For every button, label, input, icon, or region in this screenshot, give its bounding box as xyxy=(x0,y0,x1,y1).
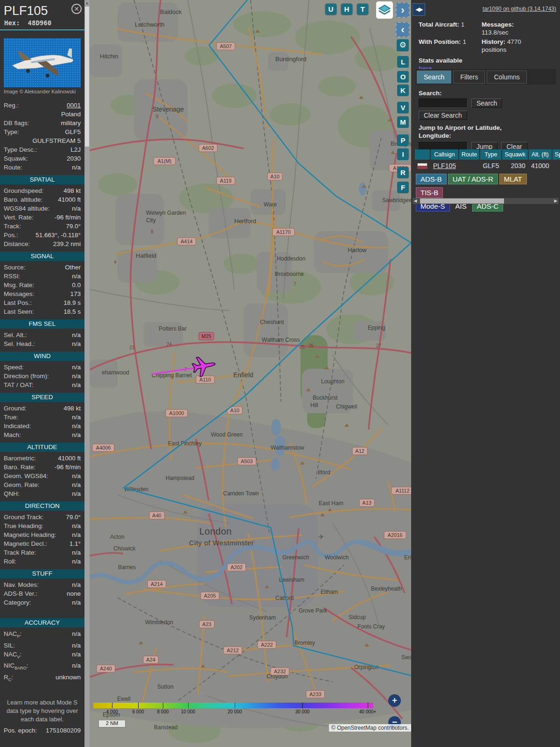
map-button-h[interactable]: H xyxy=(341,4,352,15)
data-value: GULFSTREAM 5 xyxy=(32,136,81,145)
column-header[interactable]: Spd. xyxy=(553,149,560,160)
town-label: Swanley xyxy=(401,654,411,661)
scroll-left-icon[interactable]: ◀ xyxy=(413,198,418,204)
tab-search[interactable]: Search xyxy=(417,70,451,84)
map-button-r[interactable]: R xyxy=(397,167,409,178)
column-header[interactable]: Type xyxy=(480,149,501,160)
svg-text:A4006: A4006 xyxy=(96,445,111,451)
badge-mlat[interactable]: MLAT xyxy=(499,174,527,184)
aircraft-table-header[interactable]: CallsignRouteTypeSquawkAlt. (ft)Spd. xyxy=(415,149,560,160)
junction-number: 26 xyxy=(308,343,314,348)
town-label: Broxbourne xyxy=(275,271,304,277)
sidebar-scrollbar[interactable]: ▲ xyxy=(84,0,90,747)
svg-text:A1170: A1170 xyxy=(276,229,291,235)
map-button-i[interactable]: I xyxy=(397,148,409,160)
badge-uat-ads-r[interactable]: UAT / ADS-R xyxy=(448,174,498,184)
tab-columns[interactable]: Columns xyxy=(487,70,526,84)
road-shield-a222: A222 xyxy=(258,641,276,648)
town-label: Ewell xyxy=(117,696,131,702)
map-button-t[interactable]: T xyxy=(357,4,368,15)
data-value: 18.9 s xyxy=(63,298,81,307)
data-value: 1.1° xyxy=(70,539,81,548)
zoom-in-button[interactable]: + xyxy=(388,694,401,707)
panel-toggle-button[interactable]: ◀▶ xyxy=(413,3,425,16)
close-icon[interactable]: ✕ xyxy=(71,4,82,14)
svg-text:A10: A10 xyxy=(230,408,239,413)
road-shield-a205: A205 xyxy=(201,592,219,599)
map-button-f[interactable]: F xyxy=(397,182,409,193)
column-header[interactable]: Alt. (ft) xyxy=(529,149,552,160)
data-value: Other xyxy=(65,263,81,272)
history-suffix: positions xyxy=(482,46,555,54)
svg-text:A205: A205 xyxy=(204,593,216,599)
history-label: History: xyxy=(482,38,505,45)
data-row: Squawk:2030 xyxy=(0,154,84,163)
road-shield-a13: A13 xyxy=(359,499,374,507)
town-label: Sawbridgeworth xyxy=(382,197,411,204)
table-callsign[interactable]: PLF105 xyxy=(431,161,458,171)
collapse-left-button[interactable]: ‹ xyxy=(396,22,410,37)
map-button-p[interactable]: P xyxy=(397,134,409,146)
data-value: n/a xyxy=(72,331,81,339)
map-canvas[interactable]: ✈ BaldockLetchworthHitchinBuntingfordSte… xyxy=(90,0,411,747)
column-header[interactable]: Callsign xyxy=(431,149,458,160)
map-button-v[interactable]: V xyxy=(397,102,409,113)
road-shield-a507: A507 xyxy=(217,42,235,50)
map-button-l[interactable]: L xyxy=(397,56,409,68)
town-label: Erith xyxy=(404,554,411,561)
town-label: Hitchin xyxy=(100,53,119,60)
scroll-up-icon[interactable]: ▲ xyxy=(85,1,89,6)
data-value: 0.0 xyxy=(72,281,81,289)
scroll-right-icon[interactable]: ▶ xyxy=(553,198,559,204)
data-row: Route:n/a xyxy=(0,163,84,172)
section-signal: SIGNALSource:OtherRSSI:n/aMsg. Rate:0.0M… xyxy=(0,252,84,316)
search-button[interactable]: Search xyxy=(471,99,502,108)
junction-number: 7 xyxy=(294,282,296,287)
aircraft-photo[interactable] xyxy=(4,38,81,87)
map-scale-bar: 2 NM xyxy=(98,720,126,728)
sidebar-scrollbar-thumb[interactable] xyxy=(85,7,89,147)
data-value: n/a xyxy=(72,381,81,389)
column-header[interactable]: Route xyxy=(459,149,479,160)
map-button-o[interactable]: O xyxy=(397,71,409,83)
data-value[interactable]: 0001 xyxy=(67,101,81,110)
town-label: Potters Bar xyxy=(159,325,187,332)
version-link[interactable]: tar1090 on github (3.14.1743) xyxy=(483,6,556,12)
section-fms-sel: FMS SELSel. Alt.:n/aSel. Head.:n/a xyxy=(0,319,84,348)
road-shield-a602: A602 xyxy=(199,144,217,152)
badge-ads-b[interactable]: ADS-B xyxy=(416,174,447,184)
town-label: Bromley xyxy=(294,640,315,646)
column-header[interactable] xyxy=(415,149,430,160)
data-value: n/a xyxy=(72,661,81,673)
svg-text:A110: A110 xyxy=(199,377,211,382)
town-label: City xyxy=(146,217,156,224)
town-label: Hoddesdon xyxy=(277,255,305,262)
data-value: 41000 ft xyxy=(58,454,81,463)
aircraft-table-row[interactable]: PLF105 GLF5 2030 41000 xyxy=(415,161,560,171)
data-row: RC:unknown xyxy=(0,673,84,684)
data-row: Speed:n/a xyxy=(0,363,84,372)
scrollbar-thumb[interactable] xyxy=(420,198,504,204)
column-header[interactable]: Squawk xyxy=(502,149,527,160)
gear-icon[interactable]: ⚙ xyxy=(397,39,409,51)
stats-block: Total Aircraft: 1 Messages: 113.8/sec Wi… xyxy=(419,21,555,72)
search-input[interactable] xyxy=(419,99,468,108)
tab-filters[interactable]: Filters xyxy=(453,70,485,84)
poland-flag-icon xyxy=(417,163,427,169)
expand-right-button[interactable]: › xyxy=(396,2,410,18)
history-value: 4770 xyxy=(507,38,521,45)
section-header: SPATIAL xyxy=(0,175,84,184)
town-label: Orpington xyxy=(354,664,379,670)
town-label: Sydenham xyxy=(249,614,276,621)
map-button-m[interactable]: M xyxy=(397,116,409,128)
layers-button[interactable] xyxy=(376,1,393,19)
clear-search-button[interactable]: Clear Search xyxy=(419,111,467,120)
horizontal-scrollbar[interactable]: ◀ ▶ xyxy=(413,198,559,204)
badge-tis-b[interactable]: TIS-B xyxy=(416,187,443,198)
junction-number: 4 xyxy=(114,260,117,265)
section-header: WIND xyxy=(0,352,84,361)
layers-icon xyxy=(376,1,393,19)
road-shield-a232: A232 xyxy=(271,668,289,675)
map-button-u[interactable]: U xyxy=(325,4,336,15)
map-button-k[interactable]: K xyxy=(397,85,409,96)
